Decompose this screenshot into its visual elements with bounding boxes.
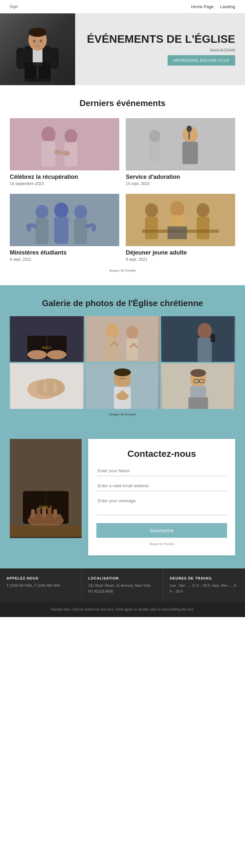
hero-title: ÉVÉNEMENTS DE L'ÉGLISE	[87, 33, 235, 45]
svg-rect-33	[145, 217, 158, 239]
event-name-2: Service d'adoration	[126, 174, 235, 181]
event-image-1	[10, 118, 119, 170]
contact-submit-button[interactable]: Soumettre	[97, 523, 227, 538]
svg-rect-59	[39, 381, 42, 393]
svg-rect-17	[126, 119, 235, 170]
svg-rect-46	[87, 316, 158, 362]
svg-rect-30	[74, 218, 87, 244]
svg-point-13	[65, 129, 77, 143]
svg-point-9	[39, 39, 42, 43]
footer-col-hours: HEURES DE TRAVAIL Lun - Ven …. 11 h – 20…	[163, 568, 245, 602]
contact-email-input[interactable]	[97, 480, 227, 491]
svg-point-16	[62, 151, 70, 156]
svg-rect-7	[37, 62, 38, 79]
gallery-image-1: BIBLE	[10, 316, 84, 362]
svg-point-34	[170, 201, 184, 216]
nav-links: Home Page Landing	[191, 4, 235, 9]
footer-hours-text: Lun - Ven …. 11 h – 20 h, Sam, Dim …. 6 …	[170, 583, 239, 594]
svg-point-66	[117, 394, 128, 400]
event-name-1: Célébrez la récupération	[10, 174, 119, 181]
event-item-2: Service d'adoration 15 sept. 2023	[126, 118, 235, 186]
event-image-4	[126, 194, 235, 246]
contact-message-input[interactable]	[97, 496, 227, 515]
svg-rect-83	[36, 507, 40, 518]
svg-point-3	[28, 28, 47, 37]
svg-rect-53	[197, 338, 212, 362]
logo: logo	[10, 4, 18, 9]
footer: APPELEZ-NOUS T (234) 567-891, T (234) 98…	[0, 568, 245, 602]
svg-rect-19	[182, 142, 198, 164]
event-item-3: Ministères étudiants 6 sept. 2021	[10, 194, 119, 262]
nav-landing[interactable]: Landing	[220, 4, 235, 9]
svg-rect-5	[50, 48, 59, 69]
events-title: Derniers événements	[10, 98, 235, 108]
svg-rect-48	[106, 337, 119, 360]
svg-rect-82	[31, 509, 35, 518]
hero-image	[0, 13, 75, 85]
event-date-3: 6 sept. 2021	[10, 257, 119, 262]
gallery-image-3	[161, 316, 235, 362]
contact-name-input[interactable]	[97, 466, 227, 476]
svg-point-67	[114, 368, 131, 376]
svg-point-43	[27, 350, 47, 359]
gallery-freepik-note: Images de Freepik	[10, 412, 235, 416]
hero-source: Image de Freepik	[210, 47, 235, 51]
events-grid: Célébrez la récupération 19 septembre 20…	[10, 118, 235, 262]
gallery-image-6	[161, 363, 235, 409]
gallery-section: Galerie de photos de l'Église chrétienne…	[0, 285, 245, 429]
event-image-2	[126, 118, 235, 170]
svg-point-15	[54, 150, 62, 155]
svg-point-44	[47, 350, 66, 359]
svg-rect-54	[210, 334, 215, 342]
svg-rect-23	[149, 142, 160, 161]
gallery-image-4	[10, 363, 84, 409]
hero-cta-button[interactable]: APPRENDRE ENCORE PLUS	[168, 55, 235, 66]
svg-point-36	[197, 203, 209, 217]
svg-rect-4	[16, 48, 26, 69]
svg-rect-61	[49, 382, 52, 393]
svg-point-52	[197, 323, 212, 339]
svg-text:BIBLE: BIBLE	[42, 346, 52, 349]
svg-point-8	[33, 39, 36, 43]
hero-content: ÉVÉNEMENTS DE L'ÉGLISE Image de Freepik …	[75, 26, 245, 72]
svg-point-74	[190, 369, 206, 377]
footer-sample-text: Sample text. Click to select the text bo…	[0, 602, 245, 617]
svg-rect-85	[48, 507, 52, 518]
svg-point-11	[42, 127, 56, 143]
navbar: logo Home Page Landing	[0, 0, 245, 13]
event-date-1: 19 septembre 2023	[10, 181, 119, 186]
footer-location-text: 121 Rock Street, 21 Avenue, New York, NY…	[88, 583, 157, 594]
event-image-3	[10, 194, 119, 246]
footer-col-phone: APPELEZ-NOUS T (234) 567-891, T (234) 98…	[0, 568, 82, 602]
svg-point-21	[187, 126, 192, 132]
gallery-grid: BIBLE	[10, 316, 235, 409]
svg-point-47	[106, 324, 119, 338]
event-item-1: Célébrez la récupération 19 septembre 20…	[10, 118, 119, 186]
contact-image-note: Image de Freepik	[97, 542, 227, 546]
svg-point-22	[149, 130, 160, 143]
svg-rect-60	[44, 381, 47, 393]
svg-rect-86	[53, 509, 57, 518]
svg-rect-26	[36, 218, 48, 244]
event-date-2: 15 sept. 2023	[126, 181, 235, 186]
event-date-4: 8 sept. 2021	[126, 257, 235, 262]
nav-home[interactable]: Home Page	[191, 4, 214, 9]
events-section: Derniers événements Célébrez la récupéra…	[0, 85, 245, 285]
svg-rect-84	[42, 507, 46, 518]
svg-rect-12	[42, 141, 56, 167]
event-name-3: Ministères étudiants	[10, 249, 119, 256]
svg-point-27	[54, 203, 68, 218]
svg-rect-87	[10, 525, 82, 537]
svg-rect-62	[54, 383, 57, 393]
hero-section: ÉVÉNEMENTS DE L'ÉGLISE Image de Freepik …	[0, 13, 245, 85]
footer-phone-title: APPELEZ-NOUS	[6, 576, 75, 580]
footer-col-location: LOCALISATION 121 Rock Street, 21 Avenue,…	[82, 568, 163, 602]
svg-point-32	[145, 203, 158, 217]
event-name-4: Déjeuner jeune adulte	[126, 249, 235, 256]
svg-point-29	[74, 205, 87, 219]
contact-image: BIBLE	[10, 439, 82, 538]
gallery-image-2	[85, 316, 159, 362]
events-freepik-note: Images de Freepik	[10, 268, 235, 272]
svg-rect-37	[197, 217, 209, 239]
svg-point-25	[36, 205, 48, 219]
